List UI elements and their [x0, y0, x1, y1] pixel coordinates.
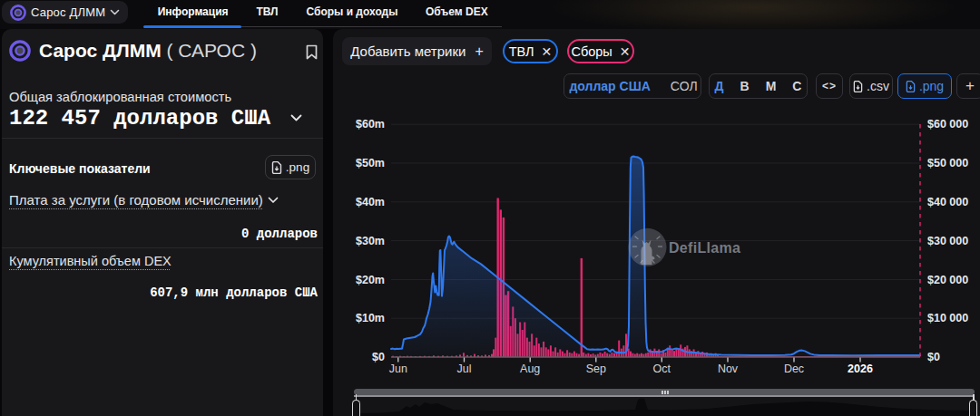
- svg-text:Sep: Sep: [586, 363, 606, 375]
- svg-text:$40m: $40m: [356, 196, 385, 208]
- svg-text:$10 000: $10 000: [927, 312, 968, 324]
- svg-text:$20 000: $20 000: [927, 274, 968, 286]
- svg-text:Jun: Jun: [389, 363, 407, 375]
- svg-text:2026: 2026: [848, 363, 873, 375]
- svg-text:Nov: Nov: [718, 363, 739, 375]
- svg-text:$10m: $10m: [356, 312, 385, 324]
- svg-text:$0: $0: [372, 351, 385, 363]
- svg-text:$60 000: $60 000: [927, 118, 968, 131]
- svg-text:$30 000: $30 000: [927, 235, 968, 247]
- svg-text:Dec: Dec: [784, 363, 804, 375]
- svg-text:Oct: Oct: [653, 363, 671, 375]
- svg-text:Jul: Jul: [457, 363, 472, 375]
- svg-text:$20m: $20m: [356, 274, 385, 286]
- svg-text:$30m: $30m: [356, 235, 385, 247]
- svg-text:$50m: $50m: [356, 157, 385, 169]
- svg-text:$50 000: $50 000: [927, 157, 968, 169]
- svg-text:DefiLlama: DefiLlama: [669, 240, 740, 256]
- svg-text:Aug: Aug: [520, 363, 540, 375]
- svg-text:$60m: $60m: [356, 118, 385, 131]
- svg-text:$40 000: $40 000: [927, 196, 968, 208]
- svg-text:$0: $0: [927, 351, 940, 363]
